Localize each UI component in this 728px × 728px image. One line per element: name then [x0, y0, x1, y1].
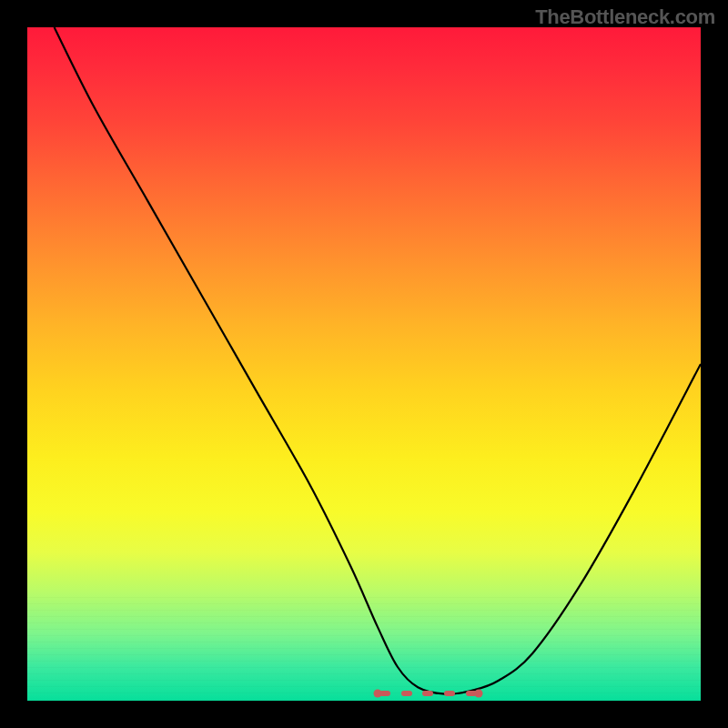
highlight-dash [401, 691, 412, 696]
highlight-band [378, 691, 479, 701]
watermark-text: TheBottleneck.com [535, 5, 715, 29]
highlight-dash [466, 691, 477, 696]
bottleneck-curve [27, 27, 701, 701]
highlight-dash [379, 691, 390, 696]
highlight-dash [422, 691, 433, 696]
highlight-dash [444, 691, 455, 696]
plot-area [27, 27, 701, 701]
curve-path [55, 27, 701, 694]
